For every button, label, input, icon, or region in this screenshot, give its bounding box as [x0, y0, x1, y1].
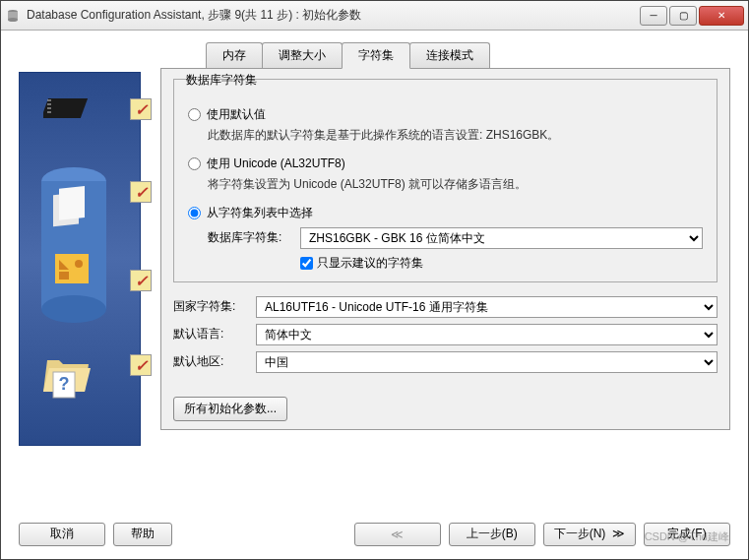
only-suggested-input[interactable]	[300, 257, 313, 270]
default-region-label: 默认地区:	[173, 353, 248, 370]
tab-connection-mode[interactable]: 连接模式	[409, 42, 490, 68]
wizard-sidebar: ✓ ✓ ✓ ? ✓	[19, 42, 147, 507]
default-region-select[interactable]: 中国	[256, 351, 718, 373]
svg-point-2	[8, 18, 18, 22]
svg-point-10	[41, 295, 106, 323]
step-check-2: ✓	[130, 181, 152, 203]
radio-use-unicode[interactable]: 使用 Unicode (AL32UTF8)	[188, 156, 703, 172]
lower-form: 国家字符集: AL16UTF16 - Unicode UTF-16 通用字符集 …	[173, 296, 718, 373]
step-check-3: ✓	[130, 270, 152, 291]
step-check-4: ✓	[130, 354, 152, 376]
charset-fieldset: 数据库字符集 使用默认值 此数据库的默认字符集是基于此操作系统的语言设置: ZH…	[173, 79, 718, 282]
db-charset-label: 数据库字符集:	[208, 229, 292, 246]
window-controls: ─ ▢ ✕	[640, 6, 744, 26]
close-button[interactable]: ✕	[699, 6, 744, 26]
national-charset-select[interactable]: AL16UTF16 - Unicode UTF-16 通用字符集	[256, 296, 718, 318]
tab-charset[interactable]: 字符集	[342, 42, 410, 69]
back-button[interactable]: 上一步(B)	[449, 523, 535, 546]
chip-icon	[43, 91, 98, 126]
sidebar-panel: ✓ ✓ ✓ ? ✓	[19, 72, 141, 446]
step-check-1: ✓	[130, 98, 152, 120]
titlebar: Database Configuration Assistant, 步骤 9(共…	[1, 1, 748, 31]
next-button[interactable]: 下一步(N) ≫	[543, 523, 636, 546]
only-suggested-checkbox[interactable]: 只显示建议的字符集	[300, 255, 703, 272]
back-first-button[interactable]: ≪	[354, 523, 441, 546]
all-init-params-button[interactable]: 所有初始化参数...	[173, 397, 287, 421]
tab-bar: 内存 调整大小 字符集 连接模式	[206, 42, 730, 68]
database-icon	[37, 161, 110, 329]
app-icon	[5, 8, 21, 24]
radio-use-unicode-input[interactable]	[188, 157, 201, 170]
national-charset-label: 国家字符集:	[173, 298, 248, 315]
tab-memory[interactable]: 内存	[206, 42, 263, 68]
use-unicode-desc: 将字符集设置为 Unicode (AL32UTF8) 就可以存储多语言组。	[208, 176, 703, 193]
db-charset-select[interactable]: ZHS16GBK - GBK 16 位简体中文	[300, 227, 703, 249]
help-button[interactable]: 帮助	[113, 523, 172, 546]
default-lang-select[interactable]: 简体中文	[256, 324, 718, 345]
radio-use-default-label: 使用默认值	[207, 106, 266, 123]
tab-sizing[interactable]: 调整大小	[262, 42, 343, 68]
radio-choose-from-list-label: 从字符集列表中选择	[207, 205, 313, 221]
svg-rect-12	[59, 186, 85, 220]
svg-text:?: ?	[59, 374, 70, 394]
only-suggested-label: 只显示建议的字符集	[317, 255, 423, 272]
window-title: Database Configuration Assistant, 步骤 9(共…	[27, 7, 640, 24]
svg-rect-16	[59, 272, 69, 280]
radio-use-default-input[interactable]	[188, 108, 201, 121]
watermark: CSDN @Thd建峰	[645, 529, 729, 544]
maximize-button[interactable]: ▢	[669, 6, 697, 26]
radio-use-unicode-label: 使用 Unicode (AL32UTF8)	[207, 156, 345, 172]
tab-panel: 数据库字符集 使用默认值 此数据库的默认字符集是基于此操作系统的语言设置: ZH…	[160, 68, 730, 430]
minimize-button[interactable]: ─	[640, 6, 667, 26]
use-default-desc: 此数据库的默认字符集是基于此操作系统的语言设置: ZHS16GBK。	[208, 127, 703, 144]
default-lang-label: 默认语言:	[173, 326, 248, 342]
cancel-button[interactable]: 取消	[19, 523, 105, 546]
radio-use-default[interactable]: 使用默认值	[188, 106, 703, 123]
svg-point-15	[75, 260, 83, 268]
radio-choose-from-list-input[interactable]	[188, 207, 201, 219]
wizard-footer: 取消 帮助 ≪ 上一步(B) 下一步(N) ≫ 完成(F)	[1, 513, 748, 554]
radio-choose-from-list[interactable]: 从字符集列表中选择	[188, 205, 703, 221]
folder-question-icon: ?	[39, 346, 98, 405]
